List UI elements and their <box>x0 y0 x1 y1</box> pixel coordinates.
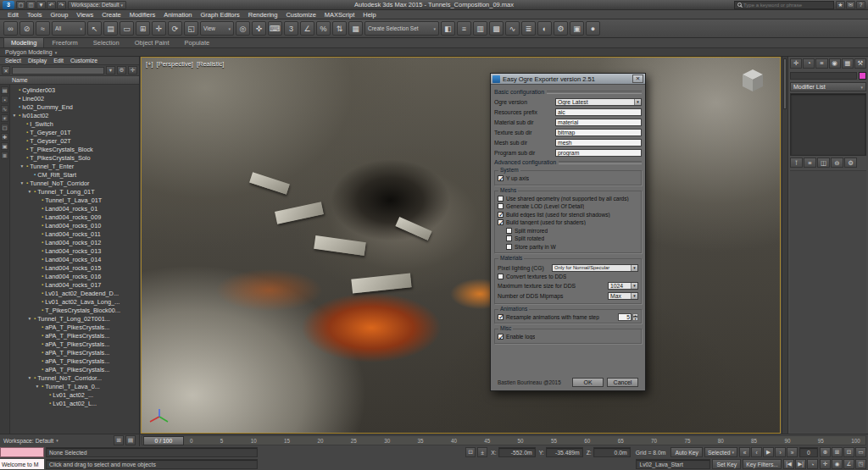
communication-center-icon[interactable]: ✉ <box>846 1 855 9</box>
tree-item[interactable]: Lv01_act02_Lava_Long_... <box>10 297 139 306</box>
checkbox-row[interactable]: Convert textures to DDS <box>498 273 638 281</box>
tab-motion[interactable]: ◉ <box>829 58 841 69</box>
filter-bones-icon[interactable]: ≣ <box>1 152 8 159</box>
checkbox[interactable] <box>498 212 504 218</box>
percent-snap-icon[interactable]: % <box>316 21 331 36</box>
show-end-result-icon[interactable]: ≡ <box>804 158 816 168</box>
filter-all-icon[interactable]: ▤ <box>1 86 8 94</box>
key-filters-button[interactable]: Key Filters... <box>743 459 782 469</box>
resample-checkbox-row[interactable]: Resample animations with frame step 5▴▾ <box>498 313 638 322</box>
tree-item[interactable]: Line002 <box>10 94 139 102</box>
field-input[interactable]: material▼ <box>555 119 642 126</box>
tree-item[interactable]: ▾Tunnel_T_Long_02T001... <box>10 314 139 323</box>
checkbox[interactable] <box>506 235 512 241</box>
modifier-stack[interactable] <box>790 93 866 156</box>
checkbox[interactable] <box>498 274 504 279</box>
tree-item[interactable]: ▾Tunnel_T_Enter <box>10 162 139 170</box>
explorer-menu-item[interactable]: Customize <box>67 57 101 64</box>
filter-lights-icon[interactable]: ☀ <box>1 114 8 122</box>
explorer-menu-item[interactable]: Display <box>25 57 50 64</box>
cancel-button[interactable]: Cancel <box>607 378 638 387</box>
pin-stack-icon[interactable]: ⊺ <box>790 158 803 168</box>
expand-twisty-icon[interactable]: ▾ <box>27 189 32 194</box>
dialog-close-button[interactable]: ✕ <box>632 75 643 83</box>
object-color-swatch[interactable] <box>859 72 866 80</box>
select-and-rotate-icon[interactable]: ⟳ <box>168 21 182 36</box>
checkbox-row[interactable]: Split rotated <box>498 235 638 243</box>
redo-icon[interactable]: ↷ <box>57 1 66 9</box>
tree-item[interactable]: Lv01_act02_... <box>10 390 139 399</box>
filter-groups-icon[interactable]: ▣ <box>1 142 8 150</box>
tree-item[interactable]: aPA_T_PikesCrystals... <box>10 348 139 357</box>
tree-item[interactable]: Land004_rocks_016 <box>10 272 139 280</box>
name-column-header[interactable]: Name <box>0 76 139 85</box>
menu-item[interactable]: Tools <box>23 10 47 19</box>
checkbox[interactable] <box>498 196 504 202</box>
checkbox[interactable] <box>498 334 504 340</box>
maxscript-mini-listener[interactable]: Welcome to M <box>0 459 44 469</box>
command-panel-scrollbar[interactable] <box>782 57 787 434</box>
zoom-extents-icon[interactable]: ⊡ <box>843 447 854 457</box>
menu-item[interactable]: Help <box>359 10 380 19</box>
tree-item[interactable]: ▾Tunnel_T_Long_01T <box>10 187 139 196</box>
tree-item[interactable]: Land004_rocks_009 <box>10 213 139 221</box>
tree-item[interactable]: aPA_T_PikesCrystals... <box>10 365 139 373</box>
max-texture-size-dropdown[interactable]: 1024▼ <box>608 282 638 290</box>
tree-item[interactable]: ▾Tunnel_NoT_Corridor... <box>10 373 139 382</box>
unlink-selection-icon[interactable]: ⊘ <box>19 21 34 36</box>
pixel-lighting-dropdown[interactable]: Only for Normal/Specular▼ <box>552 264 638 272</box>
chevron-down-icon[interactable]: ▼ <box>631 265 637 271</box>
select-and-move-icon[interactable]: ✛ <box>152 21 166 36</box>
make-unique-icon[interactable]: ◫ <box>817 158 830 168</box>
expand-twisty-icon[interactable]: ▾ <box>12 113 17 118</box>
filter-helpers-icon[interactable]: ✚ <box>1 133 8 141</box>
configure-modifier-sets-icon[interactable]: ⚙ <box>844 158 857 168</box>
select-and-manipulate-icon[interactable]: ✜ <box>252 21 266 36</box>
go-to-end-button[interactable]: » <box>787 447 798 457</box>
render-setup-icon[interactable]: ⚙ <box>554 21 568 36</box>
tree-item[interactable]: Lv01_act02_L... <box>10 399 139 407</box>
time-tag-field[interactable]: Lv02_Lava_Start <box>636 459 710 469</box>
schematic-view-icon[interactable]: ≣ <box>521 21 536 36</box>
rendered-frame-window-icon[interactable]: ▣ <box>570 21 584 36</box>
expand-twisty-icon[interactable]: ▾ <box>19 163 25 169</box>
time-slider[interactable]: 0 / 100 <box>143 436 184 445</box>
y-coordinate-field[interactable]: -35.489m <box>546 447 583 457</box>
pick-object-icon[interactable]: ✛ <box>128 66 137 75</box>
bind-to-space-warp-icon[interactable]: ≈ <box>36 21 50 36</box>
tree-item[interactable]: aPA_T_PikesCrystals... <box>10 323 139 331</box>
expand-twisty-icon[interactable]: ▾ <box>19 180 25 185</box>
dds-mipmaps-dropdown[interactable]: Max▼ <box>608 292 638 300</box>
play-button[interactable]: ▶ <box>763 447 774 457</box>
tree-item[interactable]: Land004_rocks_010 <box>10 221 139 229</box>
tree-item[interactable]: T_PikesCrystals_Block <box>10 145 139 153</box>
menu-item[interactable]: Create <box>97 10 125 19</box>
current-frame-field[interactable]: 0 <box>799 447 818 457</box>
search-input[interactable] <box>743 3 831 8</box>
field-input[interactable]: mesh▼ <box>555 139 642 147</box>
absolute-offset-mode-icon[interactable]: ± <box>477 447 487 457</box>
pan-icon[interactable]: ✛ <box>820 459 831 469</box>
menu-item[interactable]: Edit <box>3 10 23 19</box>
field-of-view-icon[interactable]: ∠ <box>843 459 854 469</box>
field-input[interactable]: bitmap▼ <box>555 129 642 136</box>
explorer-settings-icon[interactable]: ⚙ <box>117 66 126 75</box>
tree-item[interactable]: Land004_rocks_012 <box>10 238 139 246</box>
search-filter-icon[interactable]: ▾ <box>106 66 115 75</box>
checkbox[interactable] <box>506 228 512 234</box>
explorer-menu-item[interactable]: Edit <box>50 57 67 64</box>
layer-manager-icon[interactable]: ▥ <box>473 21 487 36</box>
named-selection-dropdown[interactable]: Create Selection Set <box>364 21 439 36</box>
previous-key-button[interactable]: |◀ <box>783 459 794 469</box>
dialog-titlebar[interactable]: Easy Ogre Exporter version 2.51 ✕ <box>491 74 645 85</box>
ribbon-tab[interactable]: Selection <box>86 37 127 47</box>
tree-item[interactable]: ▾Tunnel_T_Lava_0... <box>10 382 139 390</box>
tree-item[interactable]: Land004_rocks_011 <box>10 229 139 238</box>
set-key-button[interactable]: Set Key <box>712 459 741 469</box>
chevron-down-icon[interactable]: ▼ <box>631 283 637 289</box>
open-file-icon[interactable]: ◫ <box>26 1 36 9</box>
field-input[interactable]: program▼ <box>555 149 642 157</box>
selected-set-dropdown[interactable]: Selected▾ <box>704 447 737 457</box>
go-to-start-button[interactable]: « <box>739 447 750 457</box>
expand-twisty-icon[interactable]: ▾ <box>27 375 32 380</box>
